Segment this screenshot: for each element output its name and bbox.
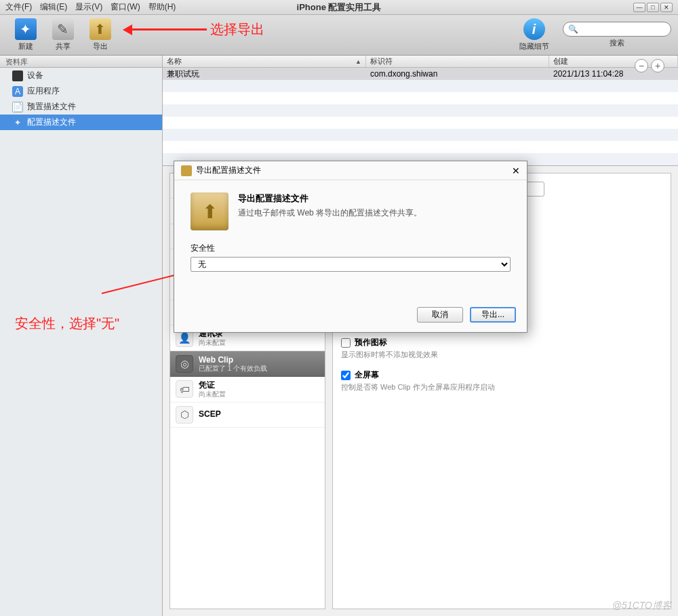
table-row[interactable] <box>163 80 678 92</box>
hide-details-label: 隐藏细节 <box>519 41 549 52</box>
table-row[interactable] <box>163 141 678 153</box>
payload-calendar[interactable]: 📅日历尚未配置 <box>170 275 325 300</box>
fullscreen-desc: 控制是否将 Web Clip 作为全屏幕应用程序启动 <box>341 382 662 392</box>
table-row[interactable] <box>163 117 678 129</box>
sidebar-item-label: 设备 <box>27 70 43 81</box>
add-button[interactable]: + <box>651 59 664 73</box>
sidebar-item-apps[interactable]: A 应用程序 <box>0 83 162 99</box>
window-title: iPhone 配置实用工具 <box>297 1 382 14</box>
payload-mail[interactable]: ✉邮件尚未配置 <box>170 199 325 224</box>
deletable-desc: 允许删除 Web Clip <box>341 222 662 232</box>
hide-details-button[interactable]: i 隐藏细节 <box>515 18 553 52</box>
payload-scep[interactable]: ⬡SCEP <box>170 403 325 428</box>
export-icon: ⬆ <box>89 18 111 40</box>
table-row[interactable]: 兼职试玩 com.dxong.shiwan 2021/1/13 11:04:28 <box>163 68 678 80</box>
payload-detail: 可删除 允许删除 Web Clip 图标 用于 Web Clip 的图标 选取.… <box>332 173 671 609</box>
menu-file[interactable]: 文件(F) <box>5 1 32 13</box>
window-buttons: — □ ✕ <box>633 3 673 12</box>
col-id[interactable]: 标识符 <box>366 56 549 67</box>
table-row[interactable] <box>163 104 678 117</box>
app-icon: A <box>12 86 23 97</box>
search-input[interactable] <box>563 22 671 37</box>
sidebar-item-config[interactable]: ✦ 配置描述文件 <box>0 115 162 130</box>
annotation-text-export: 选择导出 <box>210 20 264 39</box>
icon-desc: 用于 Web Clip 的图标 <box>341 254 662 264</box>
sort-icon: ▲ <box>355 58 361 65</box>
sidebar: 资料库 设备 A 应用程序 📄 预置描述文件 ✦ 配置描述文件 <box>0 56 163 616</box>
menu-help[interactable]: 帮助(H) <box>148 1 176 13</box>
payload-contacts[interactable]: 👤通讯录尚未配置 <box>170 325 325 350</box>
payload-vpn[interactable]: 🔒VPN尚未配置 <box>170 173 325 199</box>
new-label: 新建 <box>18 41 33 52</box>
col-name[interactable]: 名称▲ <box>163 56 366 67</box>
payload-sub: 尚未配置 <box>199 212 226 220</box>
payload-sub: 尚未配置 <box>199 339 226 347</box>
cell-name: 兼职试玩 <box>163 68 366 80</box>
table-row[interactable] <box>163 153 678 165</box>
scep-icon: ⬡ <box>176 406 193 424</box>
vpn-icon: 🔒 <box>176 177 193 194</box>
sidebar-item-device[interactable]: 设备 <box>0 68 162 83</box>
fullscreen-checkbox[interactable] <box>341 371 351 380</box>
annotation-arrow-export <box>125 28 207 30</box>
icon-label: 图标 <box>341 241 662 253</box>
menu-edit[interactable]: 编辑(E) <box>40 1 67 13</box>
sidebar-item-preset[interactable]: 📄 预置描述文件 <box>0 99 162 115</box>
new-button[interactable]: ✦ 新建 <box>7 18 44 52</box>
maximize-button[interactable]: □ <box>647 3 659 12</box>
payload-title: SCEP <box>199 409 221 419</box>
toolbar: ✦ 新建 ✎ 共享 ⬆ 导出 i 隐藏细节 🔍 搜索 <box>0 15 678 56</box>
remove-button[interactable]: − <box>635 59 648 73</box>
fullscreen-label: 全屏幕 <box>355 369 379 381</box>
payload-subscribed-cal[interactable]: 📶已订阅的日历尚未配置 <box>170 300 325 325</box>
precompose-desc: 显示图标时将不添加视觉效果 <box>341 350 662 360</box>
minimize-button[interactable]: — <box>633 3 645 12</box>
detail-area: − + 🔒VPN尚未配置 ✉邮件尚未配置 ⟲Exchange ActiveSyn… <box>163 166 678 616</box>
payload-title: 通讯录 <box>199 329 226 338</box>
search-label: 搜索 <box>563 38 671 48</box>
sidebar-item-label: 配置描述文件 <box>27 117 76 128</box>
payload-sub: 尚未配置 <box>199 186 226 194</box>
webclip-icon: ◎ <box>176 355 193 373</box>
clip-stripes-icon <box>349 276 374 301</box>
rss-icon: 📶 <box>176 304 193 321</box>
config-icon: ✦ <box>12 117 23 128</box>
payload-credential[interactable]: 🏷凭证尚未配置 <box>170 377 325 402</box>
payload-title: Exchange ActiveSync <box>199 228 283 237</box>
export-label: 导出 <box>93 41 108 52</box>
annotation-text-security: 安全性，选择"无" <box>15 314 119 333</box>
payload-title: LDAP <box>199 253 226 262</box>
deletable-label: 可删除 <box>355 209 379 220</box>
payload-exchange[interactable]: ⟲Exchange ActiveSync尚未配置 <box>170 224 325 249</box>
payload-title: 凭证 <box>199 380 226 390</box>
contacts-icon: 👤 <box>176 329 193 347</box>
device-icon <box>12 70 23 81</box>
payload-sub: 尚未配置 <box>199 390 226 398</box>
menubar: 文件(F) 编辑(E) 显示(V) 窗口(W) 帮助(H) <box>5 1 176 13</box>
close-button[interactable]: ✕ <box>660 3 673 12</box>
clip-icon-preview <box>341 268 382 309</box>
share-button[interactable]: ✎ 共享 <box>44 18 81 52</box>
menu-view[interactable]: 显示(V) <box>75 1 102 13</box>
menu-window[interactable]: 窗口(W) <box>111 1 140 13</box>
sidebar-item-label: 应用程序 <box>27 85 60 97</box>
payload-title: 日历 <box>199 279 226 288</box>
payload-webclip[interactable]: ◎Web Clip已配置了 1 个有效负载 <box>170 351 325 377</box>
precompose-checkbox[interactable] <box>341 338 351 348</box>
table-row[interactable] <box>163 92 678 104</box>
choose-icon-button[interactable]: 选取... <box>341 313 377 327</box>
watermark: @51CTO博客 <box>612 600 671 612</box>
payload-title: VPN <box>199 177 226 186</box>
ldap-icon: @ <box>176 253 193 270</box>
share-icon: ✎ <box>52 18 74 40</box>
sidebar-item-label: 预置描述文件 <box>27 101 76 112</box>
table-row[interactable] <box>163 129 678 141</box>
info-icon: i <box>523 18 545 40</box>
export-button[interactable]: ⬆ 导出 <box>81 18 119 52</box>
calendar-icon: 📅 <box>176 279 193 296</box>
exchange-icon: ⟲ <box>176 228 193 245</box>
deletable-checkbox[interactable] <box>341 210 351 220</box>
content-area: 名称▲ 标识符 创建 兼职试玩 com.dxong.shiwan 2021/1/… <box>163 56 678 616</box>
titlebar: 文件(F) 编辑(E) 显示(V) 窗口(W) 帮助(H) iPhone 配置实… <box>0 0 678 15</box>
url-input[interactable] <box>341 182 544 197</box>
